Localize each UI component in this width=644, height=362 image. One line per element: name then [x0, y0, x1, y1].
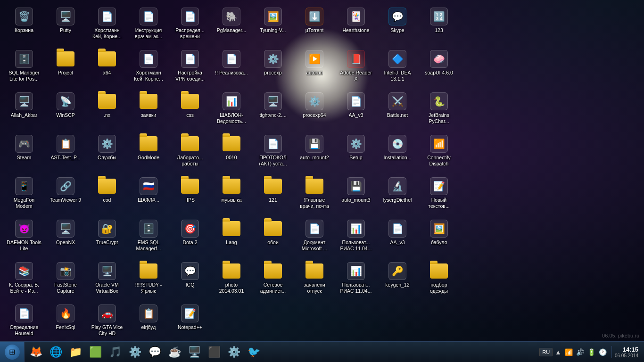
desktop-icon-opredelenie[interactable]: 📄 Определние HouseId — [5, 302, 43, 344]
desktop-icon-opennx[interactable]: 🖥️ OpenNX — [46, 217, 85, 259]
language-indicator[interactable]: RU — [539, 348, 553, 356]
desktop-icon-121[interactable]: 121 — [254, 174, 292, 217]
desktop-icon-recycle-bin[interactable]: 🗑️ Корзина — [5, 5, 43, 47]
desktop-icon-aa_v3_1[interactable]: 📄 AA_v3 — [337, 90, 375, 132]
desktop-icon-0010[interactable]: 0010 — [212, 132, 251, 174]
desktop-icon-automount3[interactable]: 💾 auto_mount3 — [337, 174, 375, 217]
desktop-icon-glavnye[interactable]: !Главные врачи, почта — [295, 174, 334, 217]
desktop-icon-jetbrains[interactable]: 🐍 JetBrains PyChar... — [420, 90, 458, 132]
desktop-icon-dokumentms[interactable]: 📄 Документ Microsoft ... — [295, 217, 334, 259]
desktop-icon-allah[interactable]: 🖥️ Allah_Akbar — [5, 90, 43, 132]
desktop-icon-truecrypt[interactable]: 🔐 TrueCrypt — [88, 217, 126, 259]
desktop-icon-notepad[interactable]: 📝 Notepad++ — [171, 302, 209, 344]
desktop-icon-pgmanager[interactable]: 🐘 PgManager... — [212, 5, 251, 47]
desktop-icon-laborat[interactable]: Лаборато... работы — [171, 132, 209, 174]
taskbar-app-chrome[interactable]: 🌐 — [46, 343, 65, 361]
desktop-icon-battlenet[interactable]: ⚔️ Battle.net — [378, 90, 417, 132]
desktop-icon-soapui[interactable]: 🧼 soapUI 4.6.0 — [420, 47, 458, 90]
taskbar-app-greenshot[interactable]: 🟩 — [86, 343, 105, 361]
desktop-icon-oboi[interactable]: обои — [254, 217, 292, 259]
desktop-icon-putty[interactable]: 🖥️ Putty — [46, 5, 85, 47]
desktop-icon-adobe[interactable]: 📕 Adobe Reader X — [337, 47, 375, 90]
desktop-icon-steam[interactable]: 🎮 Steam — [5, 132, 43, 174]
desktop-icon-raspr[interactable]: 📄 Распредел... времени — [171, 5, 209, 47]
desktop-icon-dota2[interactable]: 🎯 Dota 2 — [171, 217, 209, 259]
desktop-icon-123[interactable]: 🔢 123 — [420, 5, 458, 47]
taskbar-app-remote[interactable]: 🖥️ — [185, 343, 204, 361]
desktop-icon-x64[interactable]: x64 — [88, 47, 126, 90]
tray-volume[interactable]: 🔊 — [575, 347, 585, 357]
taskbar-app-bird[interactable]: 🐦 — [244, 343, 263, 361]
taskbar-app-winamp[interactable]: 🎵 — [106, 343, 124, 361]
desktop-icon-iips[interactable]: IIPS — [171, 174, 209, 217]
taskbar-app-firefox[interactable]: 🦊 — [26, 343, 45, 361]
desktop-icon-horstmann2[interactable]: 📄 Хорстманн Кей, Корне... — [129, 47, 168, 90]
desktop-icon-lang[interactable]: Lang — [212, 217, 251, 259]
tray-arrow[interactable]: ▲ — [554, 347, 562, 357]
desktop-icon-project[interactable]: Project — [46, 47, 85, 90]
desktop-icon-nx[interactable]: .nx — [88, 90, 126, 132]
desktop-icon-protokol[interactable]: 📄 ПРОТОКОЛ (АКТ) уста... — [254, 132, 292, 174]
desktop-icon-fenixsql[interactable]: 🔥 FenixSql — [46, 302, 85, 344]
desktop-icon-hearthstone[interactable]: 🃏 Hearthstone — [337, 5, 375, 47]
taskbar-app-explorer[interactable]: 📁 — [66, 343, 85, 361]
desktop-icon-virtualbox[interactable]: 🖥️ Oracle VM VirtualBox — [88, 259, 126, 302]
desktop-icon-sierra[interactable]: 📚 К. Сьерра, Б. Бейтс - Из... — [5, 259, 43, 302]
desktop-icon-css[interactable]: css — [171, 90, 209, 132]
desktop-icon-study[interactable]: !!!!!STUDY - Ярлык — [129, 259, 168, 302]
desktop-icon-elrjbud[interactable]: 📋 elrjбуд — [129, 302, 168, 344]
desktop-icon-nastrojka[interactable]: 📄 Настройка VPN соеди... — [171, 47, 209, 90]
desktop-icon-godmode[interactable]: GodMode — [129, 132, 168, 174]
desktop-icon-megafon[interactable]: 📱 MegaFon Modem — [5, 174, 43, 217]
desktop-icon-gta[interactable]: 🚗 Play GTA Vice City HD — [88, 302, 126, 344]
start-button[interactable]: ⊞ — [0, 342, 25, 362]
taskbar-app-cmd[interactable]: ⬛ — [205, 343, 223, 361]
desktop-icon-shafl[interactable]: 🇷🇺 ШАФЛ#... — [129, 174, 168, 217]
desktop-icon-automount2[interactable]: 💾 auto_mount2 — [295, 132, 334, 174]
desktop-icon-sqlmanager[interactable]: 🗄️ SQL Manager Lite for Pos... — [5, 47, 43, 90]
desktop-icon-installation[interactable]: 💿 Installation... — [378, 132, 417, 174]
desktop-icon-sluzhby[interactable]: ⚙️ Службы — [88, 132, 126, 174]
desktop-icon-procexp[interactable]: ⚙️ procexp — [254, 47, 292, 90]
desktop-icon-faststone[interactable]: 📸 FastStone Capture — [46, 259, 85, 302]
desktop-icon-intellij[interactable]: 🔷 IntelliJ IDEA 13.1.1 — [378, 47, 417, 90]
desktop-icon-horstmann1[interactable]: 📄 Хорстманн Кей, Корне... — [88, 5, 126, 47]
desktop-icon-utorrent[interactable]: ⬇️ µTorrent — [295, 5, 334, 47]
desktop-icon-setevoe[interactable]: Сетевое админист... — [254, 259, 292, 302]
desktop-icon-winscp[interactable]: 📡 WinSCP — [46, 90, 85, 132]
desktop-icon-skype1[interactable]: 💬 Skype — [378, 5, 417, 47]
tray-battery[interactable]: 🔋 — [586, 347, 596, 357]
desktop-icon-ast[interactable]: 📋 AST-Test_P... — [46, 132, 85, 174]
desktop-icon-novyi[interactable]: 📝 Новый текстов... — [420, 174, 458, 217]
desktop-icon-realizovano[interactable]: 📄 !! Реализова... — [212, 47, 251, 90]
desktop-icon-daemon[interactable]: 👿 DAEMON Tools Lite — [5, 217, 43, 259]
desktop-icon-zajavki[interactable]: заявки — [129, 90, 168, 132]
taskbar-app-process-hacker[interactable]: ⚙️ — [125, 343, 144, 361]
desktop-icon-teamviewer[interactable]: 🔗 TeamViewer 9 — [46, 174, 85, 217]
desktop-icon-cod[interactable]: cod — [88, 174, 126, 217]
desktop-icon-icq[interactable]: 💬 ICQ — [171, 259, 209, 302]
desktop-icon-aa_v3_2[interactable]: 📄 AA_v3 — [378, 217, 417, 259]
desktop-icon-keygen[interactable]: 🔑 keygen_12 — [378, 259, 417, 302]
desktop-icon-procexp64[interactable]: ⚙️ procexp64 — [295, 90, 334, 132]
desktop-icon-babulya[interactable]: 🖼️ бабуля — [420, 217, 458, 259]
desktop-icon-shablon[interactable]: 📊 ШАБЛОН- Ведомость... — [212, 90, 251, 132]
desktop-icon-setup[interactable]: ⚙️ Setup — [337, 132, 375, 174]
desktop-icon-autorun[interactable]: ▶️ autorun — [295, 47, 334, 90]
desktop-icon-emssql[interactable]: 🗄️ EMS SQL Managerf... — [129, 217, 168, 259]
desktop-icon-photo[interactable]: photo 2014.03.01 — [212, 259, 251, 302]
desktop-icon-tyuning[interactable]: 🖼️ Tyuning-V... — [254, 5, 292, 47]
taskbar-app-skype-taskbar[interactable]: 💬 — [145, 343, 164, 361]
desktop-icon-connectify[interactable]: 📶 Connectify Dispatch — [420, 132, 458, 174]
taskbar-app-gear2[interactable]: ⚙️ — [224, 343, 243, 361]
clock-area[interactable]: 14:15 06.05.2014 — [611, 346, 641, 358]
taskbar-app-j2ee[interactable]: ☕ — [165, 343, 184, 361]
desktop-icon-polzovat1[interactable]: 📊 Пользоват... РИАС 11.04... — [337, 217, 375, 259]
desktop-icon-instrukcia[interactable]: 📄 Инструкция врачам-эк... — [129, 5, 168, 47]
desktop-icon-zajavlenie[interactable]: заявлени отпуск — [295, 259, 334, 302]
desktop-icon-polzovat2[interactable]: 📊 Пользоват... РИАС 11.04... — [337, 259, 375, 302]
desktop-icon-lyserg[interactable]: 🔬 lysergDiethel — [378, 174, 417, 217]
tray-network[interactable]: 📶 — [564, 347, 574, 357]
desktop-icon-podbor[interactable]: подбор одежды — [420, 259, 458, 302]
desktop-icon-muzyka[interactable]: муызыка — [212, 174, 251, 217]
